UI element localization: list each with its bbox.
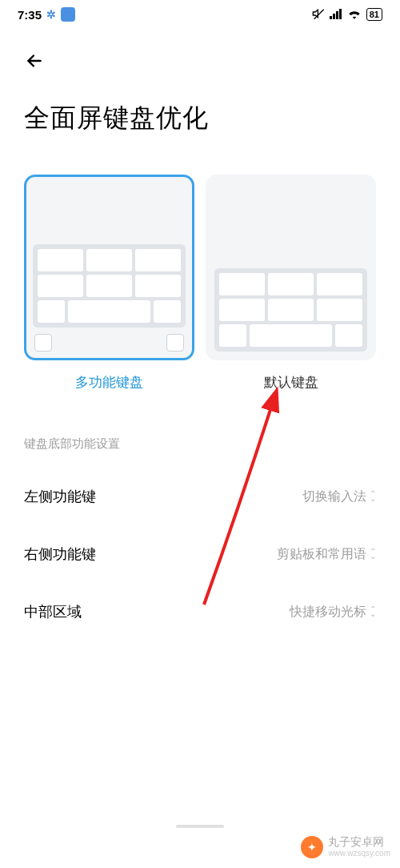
wifi-icon xyxy=(347,8,362,22)
watermark-url: www.wzsqsy.com xyxy=(328,849,390,858)
chevron-updown-icon: ⌃⌄ xyxy=(370,549,376,559)
svg-rect-2 xyxy=(333,14,335,19)
svg-rect-1 xyxy=(330,16,332,19)
option-label: 默认键盘 xyxy=(264,373,318,392)
status-time: 7:35 xyxy=(18,8,42,22)
section-header: 键盘底部功能设置 xyxy=(0,436,400,452)
option-label: 多功能键盘 xyxy=(75,373,143,392)
status-left: 7:35 ✲ xyxy=(18,7,75,22)
setting-label: 左侧功能键 xyxy=(24,487,96,506)
status-right: 81 xyxy=(312,7,382,22)
setting-value: 快捷移动光标 ⌃⌄ xyxy=(290,604,376,621)
keyboard-bottom-bar xyxy=(33,331,186,352)
app-icon xyxy=(61,7,75,22)
paw-icon: ✲ xyxy=(46,8,56,21)
page-header: 全面屏键盘优化 xyxy=(0,29,400,136)
svg-rect-3 xyxy=(336,11,338,19)
setting-label: 中部区域 xyxy=(24,602,82,621)
setting-right-key[interactable]: 右侧功能键 剪贴板和常用语 ⌃⌄ xyxy=(24,525,376,583)
page-title: 全面屏键盘优化 xyxy=(24,101,376,136)
watermark-text: 丸子安卓网 www.wzsqsy.com xyxy=(328,835,390,858)
watermark: ✦ 丸子安卓网 www.wzsqsy.com xyxy=(301,835,390,858)
option-default[interactable]: 默认键盘 xyxy=(206,175,376,392)
corner-left-icon xyxy=(34,334,52,352)
keyboard-preview-default xyxy=(206,175,376,360)
svg-rect-4 xyxy=(339,9,342,19)
keyboard-options: 多功能键盘 默认键盘 xyxy=(0,175,400,392)
keyboard-mock xyxy=(214,268,367,352)
chevron-updown-icon: ⌃⌄ xyxy=(370,607,376,617)
setting-left-key[interactable]: 左侧功能键 切换输入法 ⌃⌄ xyxy=(24,468,376,525)
battery-level: 81 xyxy=(370,10,379,19)
back-button[interactable] xyxy=(24,45,56,77)
watermark-logo-icon: ✦ xyxy=(301,836,323,858)
svg-line-0 xyxy=(314,9,323,18)
home-indicator xyxy=(176,825,224,828)
setting-label: 右侧功能键 xyxy=(24,545,96,564)
corner-right-icon xyxy=(166,334,184,352)
battery-icon: 81 xyxy=(366,8,382,21)
mute-icon xyxy=(312,7,325,22)
status-bar: 7:35 ✲ 81 xyxy=(0,0,400,29)
option-multifunction[interactable]: 多功能键盘 xyxy=(24,175,194,392)
setting-value: 切换输入法 ⌃⌄ xyxy=(302,488,376,505)
setting-center-area[interactable]: 中部区域 快捷移动光标 ⌃⌄ xyxy=(24,583,376,641)
keyboard-mock xyxy=(33,244,186,328)
setting-value: 剪贴板和常用语 ⌃⌄ xyxy=(277,546,376,563)
settings-list: 左侧功能键 切换输入法 ⌃⌄ 右侧功能键 剪贴板和常用语 ⌃⌄ 中部区域 快捷移… xyxy=(0,468,400,641)
signal-icon xyxy=(330,8,342,22)
watermark-name: 丸子安卓网 xyxy=(328,835,390,849)
chevron-updown-icon: ⌃⌄ xyxy=(370,492,376,501)
keyboard-preview-multifunction xyxy=(24,175,194,360)
